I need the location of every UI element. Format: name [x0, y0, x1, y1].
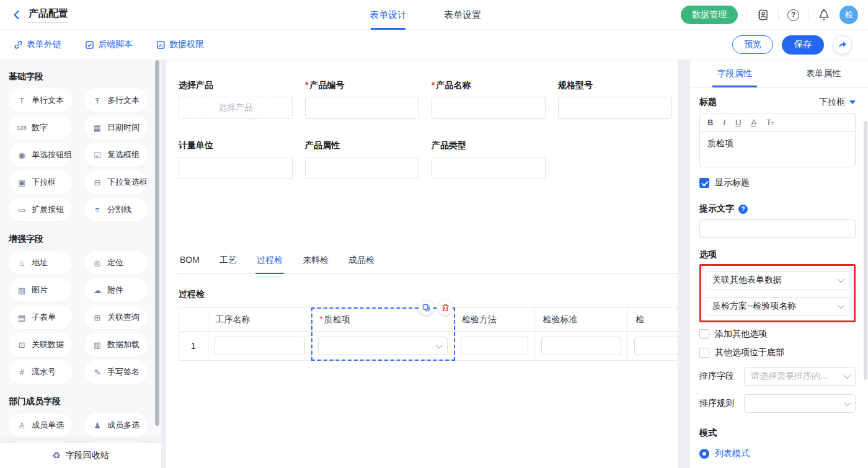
- sidebar-item-location[interactable]: ◎定位: [84, 251, 148, 275]
- sidebar-scrollbar[interactable]: [155, 60, 159, 426]
- field-recycle-bin[interactable]: ♻ 字段回收站: [0, 443, 161, 468]
- tab-process-inspection[interactable]: 过程检: [255, 255, 284, 273]
- show-title-checkbox[interactable]: 显示标题: [699, 177, 856, 188]
- hint-text-input[interactable]: [699, 219, 856, 238]
- tab-form-settings[interactable]: 表单设置: [444, 0, 481, 30]
- tab-craft[interactable]: 工艺: [218, 255, 238, 273]
- sidebar-item-checkbox-group[interactable]: ☑复选框组: [84, 143, 148, 167]
- product-code-input[interactable]: [305, 97, 419, 119]
- sidebar-item-member-multi[interactable]: ♟成员多选: [84, 413, 148, 437]
- font-size-button[interactable]: T: [766, 118, 774, 127]
- column-process-name[interactable]: 工序名称: [208, 308, 312, 360]
- sidebar-item-signature[interactable]: ✎手写签名: [84, 360, 148, 384]
- unit-input[interactable]: [179, 157, 293, 179]
- data-permission-link[interactable]: 数据权限: [156, 39, 204, 50]
- share-button[interactable]: [833, 35, 852, 55]
- sidebar-item-linked-query[interactable]: ⊞关联查询: [84, 306, 148, 329]
- field-product-name[interactable]: 产品名称: [432, 80, 546, 119]
- other-option-bottom-checkbox[interactable]: 其他选项位于底部: [699, 347, 856, 358]
- spec-model-input[interactable]: [558, 97, 672, 119]
- form-external-link[interactable]: 表单外链: [14, 39, 61, 50]
- sidebar-item-datetime[interactable]: ▦日期时间: [84, 116, 148, 139]
- add-other-option-checkbox[interactable]: 添加其他选项: [699, 329, 856, 340]
- sidebar-item-serial-number[interactable]: #流水号: [9, 360, 72, 384]
- chevron-left-icon: [11, 9, 22, 20]
- sidebar-item-single-line-text[interactable]: T单行文本: [9, 89, 72, 112]
- checkbox-unchecked-icon[interactable]: [699, 329, 709, 339]
- header-tabs: 表单设计 表单设置: [370, 0, 481, 30]
- subform-title: 过程检: [179, 289, 678, 300]
- save-button[interactable]: 保存: [782, 35, 824, 55]
- app-header: 产品配置 表单设计 表单设置 数据管理 ? 检: [0, 0, 868, 30]
- tab-incoming-inspection[interactable]: 来料检: [301, 255, 330, 273]
- tab-finished-inspection[interactable]: 成品检: [347, 255, 376, 273]
- option-field-select[interactable]: 质检方案--检验项名称: [706, 297, 849, 316]
- user-avatar[interactable]: 检: [839, 6, 858, 24]
- column-inspect-standard[interactable]: 检验标准: [535, 308, 628, 360]
- column-inspect-method[interactable]: 检验方法: [454, 308, 535, 360]
- help-icon[interactable]: ?: [787, 9, 799, 21]
- bold-button[interactable]: B: [707, 118, 713, 127]
- panel-scrollbar[interactable]: [864, 121, 867, 380]
- mode-list-radio[interactable]: 列表模式: [699, 448, 856, 459]
- back-button[interactable]: [11, 9, 22, 20]
- underline-button[interactable]: U: [735, 118, 741, 127]
- product-attr-input[interactable]: [305, 157, 419, 179]
- title-value-input[interactable]: 质检项: [700, 132, 855, 167]
- column-clipped[interactable]: 检: [628, 308, 678, 360]
- field-spec-model[interactable]: 规格型号: [558, 80, 672, 119]
- dropdown-icon: ▣: [16, 178, 27, 187]
- product-name-input[interactable]: [432, 97, 546, 119]
- contact-book-icon[interactable]: [756, 8, 769, 22]
- sidebar-item-attachment[interactable]: ☁附件: [84, 278, 148, 302]
- font-color-button[interactable]: A: [751, 118, 756, 127]
- field-product-attr[interactable]: 产品属性: [305, 140, 419, 179]
- delete-column-button[interactable]: [438, 301, 453, 315]
- sidebar-item-address[interactable]: ⌂地址: [9, 251, 72, 275]
- field-select-product[interactable]: 选择产品 选择产品: [179, 80, 293, 119]
- sidebar-item-image[interactable]: ▨图片: [9, 278, 72, 302]
- quality-item-select[interactable]: [318, 337, 448, 355]
- sidebar-item-radio-group[interactable]: ◉单选按钮组: [9, 143, 72, 167]
- help-tooltip-icon[interactable]: ?: [738, 205, 748, 214]
- sidebar-item-multi-line-text[interactable]: Ŧ多行文本: [84, 89, 148, 112]
- column-quality-item-selected[interactable]: 质检项: [312, 308, 454, 360]
- sidebar-item-member-single[interactable]: ♙成员单选: [9, 413, 72, 437]
- field-unit[interactable]: 计量单位: [179, 140, 293, 179]
- notification-bell-icon[interactable]: [817, 8, 831, 22]
- select-product-button[interactable]: 选择产品: [179, 97, 293, 119]
- italic-button[interactable]: I: [723, 118, 725, 127]
- process-name-input[interactable]: [215, 337, 306, 355]
- checkbox-unchecked-icon[interactable]: [699, 348, 709, 358]
- field-type-select[interactable]: 下拉框: [819, 97, 856, 108]
- page-title[interactable]: 产品配置: [29, 7, 68, 23]
- inspect-method-input[interactable]: [461, 337, 528, 355]
- tab-form-properties[interactable]: 表单属性: [779, 60, 868, 87]
- copy-column-button[interactable]: [419, 301, 433, 315]
- sidebar-item-divider[interactable]: ≡分割线: [84, 198, 148, 221]
- field-product-type[interactable]: 产品类型: [432, 140, 546, 179]
- sort-rule-select[interactable]: [744, 394, 856, 413]
- clipped-input[interactable]: [634, 337, 678, 355]
- sidebar-item-multi-dropdown[interactable]: ⊟下拉复选框: [84, 170, 148, 194]
- field-library-sidebar: 基础字段 T单行文本 Ŧ多行文本 123数字 ▦日期时间 ◉单选按钮组 ☑复选框…: [0, 60, 161, 468]
- tab-form-design[interactable]: 表单设计: [370, 0, 407, 30]
- sidebar-item-subform[interactable]: ▤子表单: [9, 306, 72, 329]
- sidebar-item-data-load[interactable]: ▥数据加载: [84, 333, 148, 356]
- product-type-input[interactable]: [432, 157, 546, 179]
- radio-selected-icon[interactable]: [699, 449, 709, 459]
- tab-bom[interactable]: BOM: [179, 255, 201, 273]
- inspect-standard-input[interactable]: [541, 337, 621, 355]
- sidebar-item-linked-data[interactable]: ⊡关联数据: [9, 333, 72, 356]
- sort-field-select[interactable]: 请选择需要排序的...: [744, 367, 856, 386]
- sidebar-item-extend-button[interactable]: ▭扩展按钮: [9, 198, 72, 221]
- sidebar-item-number[interactable]: 123数字: [9, 116, 72, 139]
- preview-button[interactable]: 预览: [732, 35, 773, 54]
- checkbox-checked-icon[interactable]: [699, 178, 709, 188]
- backend-script-link[interactable]: 后端脚本: [85, 39, 133, 50]
- sidebar-item-dropdown[interactable]: ▣下拉框: [9, 170, 72, 194]
- option-source-select[interactable]: 关联其他表单数据: [706, 271, 849, 289]
- data-manage-button[interactable]: 数据管理: [681, 6, 738, 24]
- field-product-code[interactable]: 产品编号: [305, 80, 419, 119]
- tab-field-properties[interactable]: 字段属性: [690, 60, 779, 87]
